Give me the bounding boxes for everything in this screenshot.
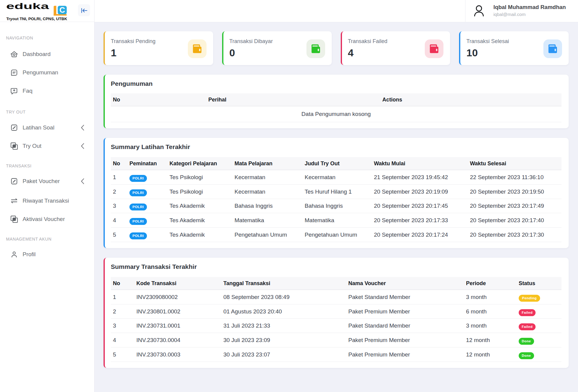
svg-text:eduka: eduka xyxy=(6,2,49,11)
svg-text:Tryout TNI, POLRI, CPNS, UTBK: Tryout TNI, POLRI, CPNS, UTBK xyxy=(6,17,67,21)
svg-text:C: C xyxy=(59,5,65,14)
